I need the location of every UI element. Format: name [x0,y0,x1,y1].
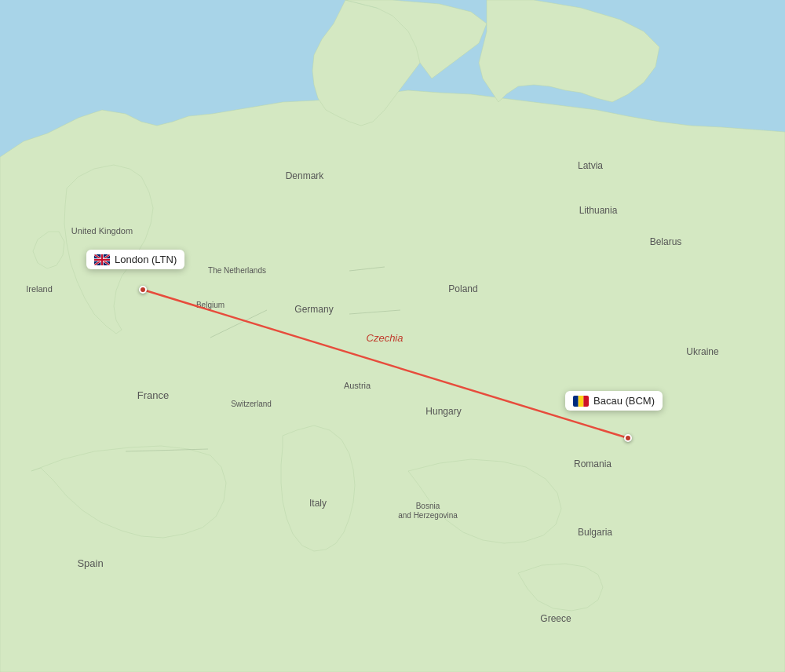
svg-text:Czechia: Czechia [367,332,403,344]
svg-text:and Herzegovina: and Herzegovina [398,511,458,520]
svg-text:Hungary: Hungary [425,406,461,417]
svg-text:Switzerland: Switzerland [231,400,272,408]
svg-rect-39 [573,396,579,407]
svg-text:Denmark: Denmark [286,170,325,181]
uk-flag-icon [94,254,110,265]
svg-text:Belarus: Belarus [650,236,682,247]
svg-text:Ukraine: Ukraine [686,346,719,357]
svg-text:Romania: Romania [574,458,612,469]
map-svg: Czechia United Kingdom Denmark The Nethe… [0,0,785,672]
svg-text:Ireland: Ireland [26,284,53,294]
svg-text:Greece: Greece [540,613,571,624]
origin-airport-dot [139,286,147,294]
svg-rect-41 [583,396,589,407]
svg-text:Latvia: Latvia [578,160,603,171]
svg-text:United Kingdom: United Kingdom [71,226,133,236]
svg-text:Austria: Austria [344,381,371,390]
destination-airport-label: Bacau (BCM) [565,391,663,411]
svg-text:Spain: Spain [77,557,103,569]
svg-text:The Netherlands: The Netherlands [208,266,266,275]
romania-flag-icon [573,396,589,407]
svg-text:France: France [137,389,169,401]
svg-text:Bulgaria: Bulgaria [578,527,612,538]
destination-airport-dot [624,434,632,442]
svg-text:Poland: Poland [448,283,477,294]
destination-label-text: Bacau (BCM) [593,395,655,407]
origin-label-text: London (LTN) [115,254,177,265]
origin-airport-label: London (LTN) [86,250,184,269]
svg-text:Bosnia: Bosnia [416,502,440,510]
svg-text:Italy: Italy [309,498,327,509]
svg-text:Lithuania: Lithuania [579,205,618,216]
svg-text:Germany: Germany [294,304,333,315]
svg-rect-40 [579,396,584,407]
map-container: Czechia United Kingdom Denmark The Nethe… [0,0,785,672]
